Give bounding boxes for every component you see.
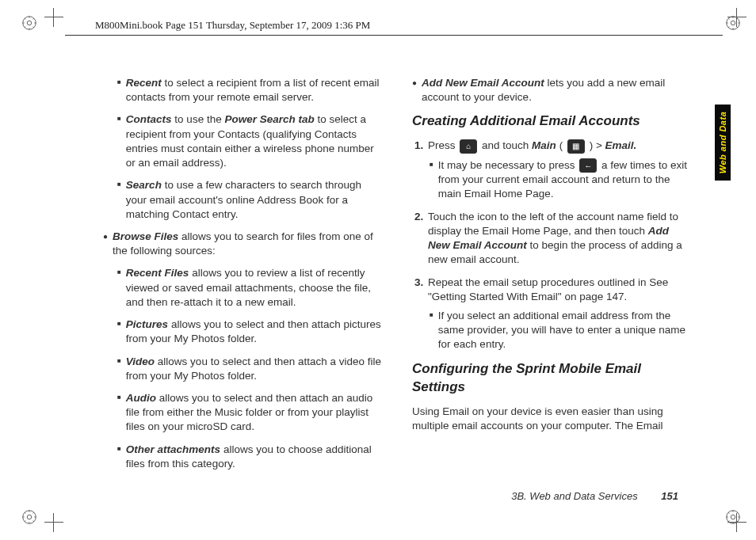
crop-mark <box>727 513 746 532</box>
left-column: ■ Recent to select a recipient from a li… <box>103 76 384 477</box>
crop-mark <box>727 8 746 27</box>
footer: 3B. Web and Data Services 151 <box>511 490 678 502</box>
paragraph: Using Email on your device is even easie… <box>412 405 693 433</box>
term-add-new: Add New Email Account <box>422 77 544 89</box>
step-1-sub: ■ It may be necessary to press a few tim… <box>430 158 693 202</box>
header-rule <box>65 35 723 36</box>
body-text: Repeat the email setup procedures outlin… <box>428 276 668 302</box>
gear-icon <box>21 508 38 526</box>
round-bullet-icon: ● <box>412 76 417 105</box>
footer-page: 151 <box>661 490 678 502</box>
content-columns: ■ Recent to select a recipient from a li… <box>103 76 693 477</box>
term-recent: Recent <box>126 77 162 89</box>
svg-point-1 <box>27 21 32 25</box>
body-text: to use the <box>172 113 225 125</box>
bullet-pictures: ■ Pictures allows you to select and then… <box>117 318 384 346</box>
body-text: ( <box>559 139 566 151</box>
term-other: Other attachments <box>126 443 220 455</box>
crop-mark <box>44 513 63 532</box>
square-bullet-icon: ■ <box>117 443 121 471</box>
body-text: ) > <box>590 139 605 151</box>
term-recent-files: Recent Files <box>126 267 189 279</box>
bullet-recent: ■ Recent to select a recipient from a li… <box>117 76 384 105</box>
square-bullet-icon: ■ <box>117 178 121 222</box>
round-bullet-icon: ● <box>103 230 108 258</box>
body-text: allows you to select and then attach an … <box>126 392 372 432</box>
square-bullet-icon: ■ <box>117 76 121 105</box>
body-text: If you select an additional email addres… <box>438 309 693 352</box>
right-column: ● Add New Email Account lets you add a n… <box>412 76 693 477</box>
bullet-browse-files: ● Browse Files allows you to search for … <box>103 230 384 258</box>
square-bullet-icon: ■ <box>117 355 121 383</box>
gear-icon <box>21 14 38 32</box>
body-text: It may be necessary to press <box>438 159 578 171</box>
bullet-recent-files: ■ Recent Files allows you to review a li… <box>117 266 384 310</box>
footer-section: 3B. Web and Data Services <box>511 490 637 502</box>
term-video: Video <box>126 356 155 367</box>
bullet-add-new: ● Add New Email Account lets you add a n… <box>412 76 693 105</box>
bullet-audio: ■ Audio allows you to select and then at… <box>117 391 384 435</box>
bullet-search: ■ Search to use a few characters to sear… <box>117 178 384 222</box>
heading-configuring: Configuring the Sprint Mobile Email Sett… <box>412 360 693 397</box>
square-bullet-icon: ■ <box>430 309 433 352</box>
side-tab: Web and Data <box>715 105 731 181</box>
body-text: allows you to select and then attach a v… <box>126 356 381 382</box>
body-text: Touch the icon to the left of the accoun… <box>428 211 678 237</box>
grid-icon <box>567 139 585 154</box>
header-meta: M800Mini.book Page 151 Thursday, Septemb… <box>95 19 370 32</box>
step-2: Touch the icon to the left of the accoun… <box>426 210 693 268</box>
bullet-contacts: ■ Contacts to use the Power Search tab t… <box>117 112 384 170</box>
term-email: Email. <box>605 139 637 151</box>
term-contacts: Contacts <box>126 113 172 125</box>
term-search: Search <box>126 179 162 191</box>
bullet-other: ■ Other attachments allows you to choose… <box>117 443 384 471</box>
svg-point-5 <box>27 515 32 519</box>
heading-creating: Creating Additional Email Accounts <box>412 112 693 131</box>
step-3-sub: ■ If you select an additional email addr… <box>430 309 693 352</box>
body-text: Press <box>428 139 458 151</box>
bullet-video: ■ Video allows you to select and then at… <box>117 355 384 383</box>
home-icon <box>460 139 477 154</box>
back-icon <box>579 158 597 173</box>
square-bullet-icon: ■ <box>117 112 121 170</box>
body-text: to use a few characters to search throug… <box>126 179 361 219</box>
body-text: and touch <box>482 139 532 151</box>
square-bullet-icon: ■ <box>430 158 433 202</box>
term-browse: Browse Files <box>113 230 178 242</box>
step-1: Press and touch Main ( ) > Email. ■ It m… <box>426 139 693 201</box>
term-power-search: Power Search tab <box>224 113 314 125</box>
side-tab-label: Web and Data <box>718 112 727 174</box>
page: M800Mini.book Page 151 Thursday, Septemb… <box>0 0 756 540</box>
body-text: to select a recipient from a list of rec… <box>126 77 380 103</box>
term-main: Main <box>532 139 556 151</box>
square-bullet-icon: ■ <box>117 391 121 435</box>
square-bullet-icon: ■ <box>117 318 121 346</box>
term-audio: Audio <box>126 392 156 404</box>
step-3: Repeat the email setup procedures outlin… <box>426 276 693 352</box>
steps-list: Press and touch Main ( ) > Email. ■ It m… <box>412 139 693 352</box>
square-bullet-icon: ■ <box>117 266 121 310</box>
term-pictures: Pictures <box>126 318 168 330</box>
crop-mark <box>44 8 63 27</box>
